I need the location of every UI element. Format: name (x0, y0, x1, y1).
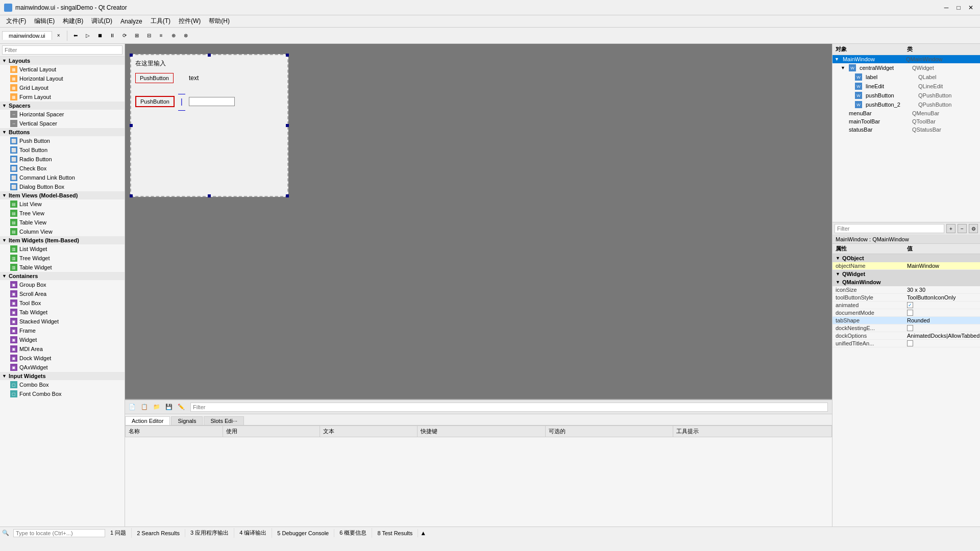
tree-item-mdi-area[interactable]: ▣MDI Area (0, 344, 125, 354)
tree-item-grid-layout[interactable]: ▦Grid Layout (0, 83, 125, 92)
tree-item-frame[interactable]: ▣Frame (0, 326, 125, 335)
tree-item-horizontal-spacer[interactable]: ↔Horizontal Spacer (0, 110, 125, 119)
tree-item-horizontal-layout[interactable]: ▦Horizontal Layout (0, 74, 125, 83)
toolbar-btn-10[interactable]: ⊗ (180, 30, 191, 41)
tree-item-radio-button[interactable]: ⬜Radio Button (0, 155, 125, 164)
tab-signals[interactable]: Signals (171, 416, 203, 425)
status-tab-test[interactable]: 8 Test Results (372, 529, 418, 537)
tree-item-tree-widget[interactable]: ▥Tree Widget (0, 254, 125, 263)
form-window[interactable]: 在这里输入 PushButton text PushButton —|— (130, 54, 288, 197)
prop-row-tabshape[interactable]: tabShapeRounded (832, 317, 980, 324)
tree-item-stacked-widget[interactable]: ▣Stacked Widget (0, 317, 125, 326)
tree-item-check-box[interactable]: ⬜Check Box (0, 164, 125, 173)
status-tab-problems[interactable]: 1 问题 (105, 528, 132, 538)
toolbar-btn-9[interactable]: ⊕ (168, 30, 179, 41)
pushbutton1[interactable]: PushButton (135, 73, 174, 83)
tree-item-scroll-area[interactable]: ▣Scroll Area (0, 289, 125, 298)
obj-item-pushbutton_2[interactable]: WpushButton_2QPushButton (832, 100, 980, 109)
tree-item-widget[interactable]: ▣Widget (0, 335, 125, 344)
obj-item-maintoolbar[interactable]: mainToolBarQToolBar (832, 117, 980, 126)
handle-tr[interactable] (286, 54, 289, 57)
obj-item-mainwindow[interactable]: ▼MainWindowQMainWindow (832, 55, 980, 63)
pushbutton2[interactable]: PushButton (135, 96, 175, 107)
tree-item-list-widget[interactable]: ▥List Widget (0, 244, 125, 254)
tab-close-btn[interactable]: × (53, 30, 64, 41)
status-tab-debugger[interactable]: 5 Debugger Console (272, 529, 334, 537)
menu-tools[interactable]: 工具(T) (146, 16, 175, 27)
bottom-filter-input[interactable] (190, 403, 828, 412)
prop-section-qwidget[interactable]: ▼QWidget (832, 270, 980, 278)
prop-row-documentmode[interactable]: documentMode (832, 309, 980, 317)
tree-item-group-box[interactable]: ▣Group Box (0, 280, 125, 289)
prop-filter-input[interactable] (835, 224, 944, 233)
bottom-btn-2[interactable]: 📋 (139, 402, 150, 412)
prop-checkbox-animated[interactable] (907, 302, 913, 308)
prop-checkbox-documentMode[interactable] (907, 310, 913, 316)
prop-row-unifiedtitlean[interactable]: unifiedTitleAn... (832, 340, 980, 347)
toolbar-btn-7[interactable]: ⊟ (143, 30, 155, 41)
tree-item-tool-button[interactable]: ⬜Tool Button (0, 145, 125, 155)
status-tab-app-output[interactable]: 3 应用程序输出 (185, 528, 234, 538)
tab-action-editor[interactable]: Action Editor (125, 416, 170, 425)
obj-item-statusbar[interactable]: statusBarQStatusBar (832, 126, 980, 134)
close-button[interactable]: ✕ (966, 3, 976, 13)
prop-section-qobject[interactable]: ▼QObject (832, 254, 980, 262)
toolbar-btn-8[interactable]: ≡ (156, 30, 167, 41)
tree-section-containers[interactable]: ▼ Containers (0, 272, 125, 280)
obj-item-pushbutton[interactable]: WpushButtonQPushButton (832, 91, 980, 100)
tree-item-dialog-button-box[interactable]: ⬜Dialog Button Box (0, 182, 125, 191)
tree-item-qaxwidget[interactable]: ▣QAxWidget (0, 363, 125, 372)
tree-item-tab-widget[interactable]: ▣Tab Widget (0, 308, 125, 317)
menu-build[interactable]: 构建(B) (59, 16, 87, 27)
maximize-button[interactable]: □ (953, 3, 964, 13)
line-edit-widget[interactable] (189, 97, 235, 106)
status-arrow[interactable]: ▲ (420, 530, 426, 537)
tree-item-form-layout[interactable]: ▦Form Layout (0, 92, 125, 102)
editor-tab[interactable]: mainwindow.ui (2, 31, 52, 40)
tree-item-table-view[interactable]: ▤Table View (0, 218, 125, 227)
menu-controls[interactable]: 控件(W) (175, 16, 205, 27)
tree-item-vertical-layout[interactable]: ▦Vertical Layout (0, 65, 125, 74)
tree-section-input-widgets[interactable]: ▼ Input Widgets (0, 372, 125, 380)
prop-row-iconsize[interactable]: iconSize30 x 30 (832, 286, 980, 294)
toolbar-btn-3[interactable]: ⏹ (94, 30, 106, 41)
prop-settings-btn[interactable]: ⚙ (969, 224, 978, 233)
status-tab-search[interactable]: 2 Search Results (132, 529, 185, 537)
prop-add-btn[interactable]: + (946, 224, 955, 233)
prop-row-animated[interactable]: animated (832, 302, 980, 309)
bottom-btn-3[interactable]: 📁 (152, 402, 162, 412)
widget-filter-input[interactable] (2, 45, 122, 55)
tree-item-command-link-button[interactable]: ⬜Command Link Button (0, 173, 125, 182)
prop-row-dockoptions[interactable]: dockOptionsAnimatedDocks|AllowTabbed... (832, 332, 980, 340)
toolbar-btn-5[interactable]: ⟳ (119, 30, 130, 41)
prop-row-toolbuttonstyle[interactable]: toolButtonStyleToolButtonIconOnly (832, 294, 980, 302)
minimize-button[interactable]: ─ (941, 3, 951, 13)
tree-section-buttons[interactable]: ▼ Buttons (0, 128, 125, 136)
tree-section-item-views-(model-based)[interactable]: ▼ Item Views (Model-Based) (0, 191, 125, 199)
menu-analyze[interactable]: Analyze (116, 17, 146, 26)
prop-checkbox-unifiedTitleAn...[interactable] (907, 340, 913, 346)
bottom-btn-1[interactable]: 📄 (127, 402, 137, 412)
status-tab-compile[interactable]: 4 编译输出 (234, 528, 272, 538)
prop-checkbox-dockNestingE...[interactable] (907, 325, 913, 331)
bottom-btn-5[interactable]: ✏️ (176, 402, 186, 412)
prop-section-qmainwindow[interactable]: ▼QMainWindow (832, 278, 980, 286)
handle-ml[interactable] (130, 124, 133, 127)
tree-item-list-view[interactable]: ▤List View (0, 199, 125, 209)
window-controls[interactable]: ─ □ ✕ (941, 3, 976, 13)
handle-mr[interactable] (286, 124, 289, 127)
bottom-btn-4[interactable]: 💾 (164, 402, 174, 412)
tree-item-tool-box[interactable]: ▣Tool Box (0, 298, 125, 308)
tree-section-item-widgets-(item-based)[interactable]: ▼ Item Widgets (Item-Based) (0, 236, 125, 244)
obj-item-lineedit[interactable]: WlineEditQLineEdit (832, 82, 980, 91)
prop-row-objectname[interactable]: objectNameMainWindow (832, 262, 980, 270)
tree-item-table-widget[interactable]: ▥Table Widget (0, 263, 125, 272)
menu-edit[interactable]: 编辑(E) (30, 16, 59, 27)
menu-help[interactable]: 帮助(H) (205, 16, 234, 27)
status-tab-overview[interactable]: 6 概要信息 (334, 528, 372, 538)
obj-item-centralwidget[interactable]: ▼WcentralWidgetQWidget (832, 63, 980, 72)
handle-br[interactable] (286, 194, 289, 197)
handle-tc[interactable] (208, 54, 211, 57)
tree-section-layouts[interactable]: ▼ Layouts (0, 57, 125, 65)
tree-section-spacers[interactable]: ▼ Spacers (0, 102, 125, 110)
